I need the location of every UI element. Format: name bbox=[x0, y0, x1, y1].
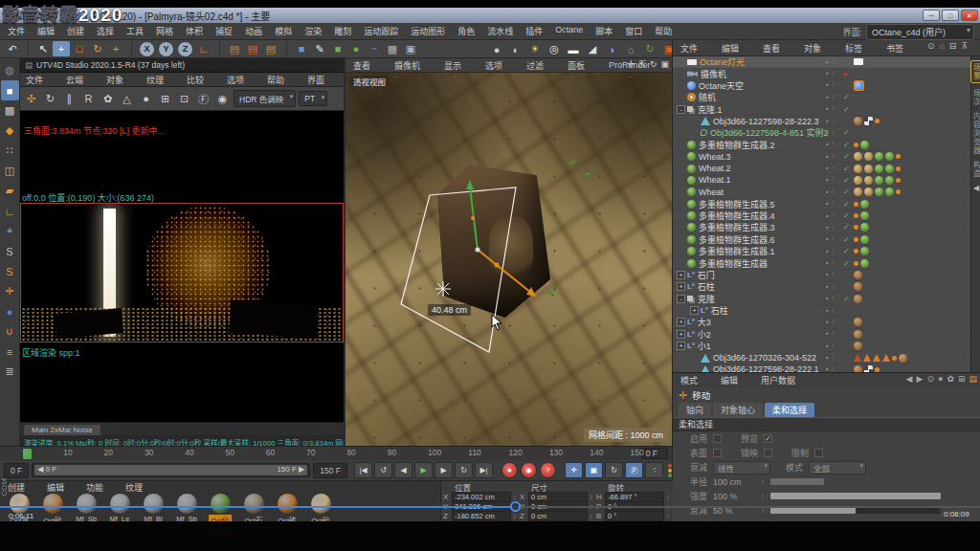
sky-tag-tag-icon[interactable] bbox=[854, 80, 864, 91]
viewer-menu-1[interactable]: 云端 bbox=[66, 74, 83, 86]
menu-18[interactable]: 脚本 bbox=[595, 25, 612, 37]
goto-end-button[interactable]: ▶| bbox=[475, 462, 493, 478]
viewport-canvas[interactable]: 透视视图 bbox=[345, 73, 672, 446]
tri-tag-icon[interactable] bbox=[873, 354, 880, 362]
om-menu-1[interactable]: 编辑 bbox=[722, 42, 739, 55]
texture-mode-icon[interactable]: ▩ bbox=[1, 100, 19, 121]
scroll-top-icon[interactable]: ⊼ bbox=[961, 41, 968, 51]
enabled-check[interactable]: ✓ bbox=[843, 259, 850, 268]
menu-17[interactable]: Octane bbox=[555, 25, 583, 37]
tex-tag-icon[interactable] bbox=[854, 271, 862, 279]
layer-manager-icon[interactable]: ≣ bbox=[1, 362, 19, 382]
mb-sphere-icon[interactable]: ● bbox=[488, 42, 505, 57]
record-pla-toggle[interactable]: ⁖ bbox=[645, 462, 663, 478]
menu-0[interactable]: 文件 bbox=[8, 25, 25, 37]
wheat-tag-icon[interactable] bbox=[864, 152, 873, 161]
visibility-dots[interactable]: ▪ ∶ bbox=[826, 153, 835, 161]
menu-14[interactable]: 角色 bbox=[457, 25, 475, 37]
record-position-toggle[interactable]: ✛ bbox=[565, 462, 583, 478]
object-row[interactable]: +Lº石门▪ ∶ bbox=[673, 270, 970, 281]
plant-tag-icon[interactable] bbox=[860, 141, 869, 149]
dot-tag-icon[interactable] bbox=[854, 225, 858, 230]
play-backward-button[interactable]: ↺ bbox=[374, 462, 392, 478]
tex-tag-icon[interactable] bbox=[854, 282, 862, 291]
sphere-preview-icon[interactable]: ● bbox=[138, 91, 154, 107]
autokey-button[interactable]: ◉ bbox=[521, 462, 537, 478]
loop-button[interactable]: ↻ bbox=[455, 462, 473, 478]
restart-render-icon[interactable]: ↻ bbox=[42, 91, 58, 107]
stepper-icon[interactable]: ↕ bbox=[666, 513, 670, 519]
visibility-dots[interactable]: ▪ ∶ bbox=[826, 354, 835, 362]
side-tab-2[interactable]: 内容浏览器 bbox=[971, 112, 980, 155]
object-row[interactable]: +Octane天空▪ ∶ bbox=[673, 80, 970, 92]
enabled-check[interactable]: ✓ bbox=[843, 176, 850, 185]
viewer-menu-7[interactable]: 界面 bbox=[307, 74, 324, 86]
collapse-arrow-icon[interactable]: ◀ bbox=[973, 184, 979, 192]
viewer-menu-0[interactable]: 文件 bbox=[26, 74, 43, 86]
side-tab-0[interactable]: 场景 bbox=[970, 60, 980, 83]
small-box-icon[interactable]: ⊡ bbox=[176, 91, 192, 107]
traffic-light-icon[interactable] bbox=[668, 464, 672, 477]
visibility-dots[interactable]: ▪ ∶ bbox=[826, 200, 835, 208]
dot-tag-icon[interactable] bbox=[854, 261, 858, 266]
points-mode-icon[interactable]: ∷ bbox=[1, 141, 19, 161]
visibility-dots[interactable]: ▪ ∶ bbox=[826, 342, 835, 350]
enabled-check[interactable]: ✓ bbox=[843, 187, 850, 196]
wheat-tag-icon[interactable] bbox=[864, 187, 873, 196]
object-row[interactable]: +Wheat.3▪ ∶✓ bbox=[673, 151, 970, 163]
title-bar[interactable]: CINEMA 4D Studio (RC - R20) - [Palmyra-镜… bbox=[0, 8, 980, 23]
wheat-tag-icon[interactable] bbox=[864, 176, 873, 185]
half-sphere-icon[interactable]: ◐ bbox=[507, 42, 524, 57]
menu-10[interactable]: 渲染 bbox=[304, 25, 322, 37]
object-row[interactable]: +Lº小1▪ ∶ bbox=[673, 341, 970, 352]
om-menu-4[interactable]: 标签 bbox=[845, 42, 862, 55]
undo-icon[interactable]: ↶ bbox=[4, 41, 21, 56]
visibility-dots[interactable]: ▪ ∶ bbox=[826, 330, 835, 338]
expand-toggle[interactable]: - bbox=[677, 105, 685, 114]
viewer-menu-4[interactable]: 比较 bbox=[187, 74, 204, 86]
material-menu-0[interactable]: 创建 bbox=[8, 481, 25, 494]
record-keyframe-button[interactable]: ● bbox=[501, 462, 518, 478]
dot-tag-icon[interactable] bbox=[854, 213, 858, 218]
edges-mode-icon[interactable]: ◫ bbox=[1, 161, 19, 181]
search-icon[interactable]: ⊙ bbox=[926, 374, 934, 384]
expand-toggle[interactable]: + bbox=[677, 318, 685, 326]
light-gizmo[interactable] bbox=[345, 73, 672, 446]
visibility-dots[interactable]: ▪ ∶ bbox=[826, 295, 835, 302]
video-seek-knob[interactable] bbox=[510, 501, 521, 512]
visibility-dots[interactable]: ▪ ∶ bbox=[826, 129, 835, 137]
focus-picker-icon[interactable]: Ⓕ bbox=[195, 91, 212, 107]
tri-tag-icon[interactable] bbox=[882, 354, 890, 362]
object-row[interactable]: -克隆▪ ∶✓ bbox=[673, 294, 970, 305]
scale-tool-icon[interactable]: □ bbox=[71, 41, 88, 56]
plant-tag-icon[interactable] bbox=[860, 200, 869, 209]
expand-toggle[interactable]: + bbox=[677, 271, 685, 279]
dot-tag-icon[interactable] bbox=[875, 119, 880, 123]
model-mode-icon[interactable]: ■ bbox=[1, 80, 19, 100]
visibility-dots[interactable]: ▪ ∶ bbox=[826, 212, 835, 220]
object-row[interactable]: +多重植物群生成器.2▪ ∶✓ bbox=[673, 140, 970, 151]
plant-tag-icon[interactable] bbox=[860, 259, 869, 268]
end-frame-field[interactable]: 150 F bbox=[313, 463, 347, 478]
lock-icon[interactable]: ● bbox=[938, 374, 943, 384]
z-axis-button[interactable]: Z bbox=[177, 41, 193, 57]
viewport-solo-icon[interactable]: ⌖ bbox=[1, 221, 19, 241]
refresh-icon[interactable]: ↻ bbox=[641, 42, 658, 57]
sun-light-icon[interactable]: ☀ bbox=[526, 42, 544, 57]
dot-tag-icon[interactable] bbox=[896, 189, 901, 194]
tex-tag-icon[interactable] bbox=[854, 330, 862, 339]
tex-tag-icon[interactable] bbox=[899, 354, 907, 363]
object-row[interactable]: +多重植物群生成器.1▪ ∶✓ bbox=[673, 246, 970, 257]
mode-dropdown[interactable]: 全部 bbox=[809, 461, 866, 474]
spline-pen-button[interactable]: ✎ bbox=[311, 41, 328, 56]
magnet-icon[interactable]: ∪ bbox=[1, 321, 19, 342]
enabled-check[interactable]: ✓ bbox=[843, 247, 850, 255]
tex-tag-icon[interactable] bbox=[854, 117, 862, 125]
wheat-tag-icon[interactable] bbox=[854, 165, 862, 173]
viewport-menu-0[interactable]: 查看 bbox=[353, 59, 370, 72]
object-row[interactable]: +Lº石柱▪ ∶ bbox=[673, 305, 970, 317]
object-row[interactable]: -克隆.1▪ ∶✓ bbox=[673, 104, 970, 116]
current-frame-field[interactable]: 0 F bbox=[4, 463, 29, 478]
side-tab-3[interactable]: 构造 bbox=[971, 161, 980, 178]
visibility-dots[interactable]: ▪ ∶ bbox=[826, 224, 835, 231]
